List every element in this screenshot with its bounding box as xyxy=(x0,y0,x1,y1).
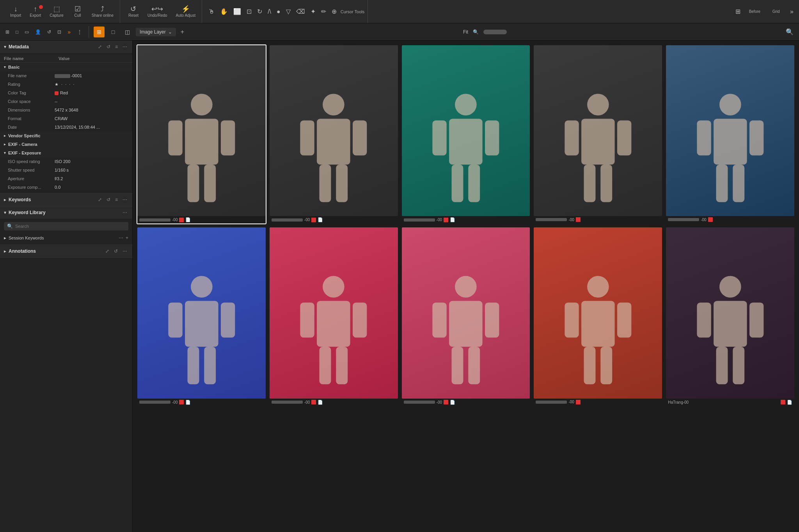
photo-name-blur xyxy=(668,218,699,221)
annotations-header[interactable]: Annotations ⤢ ↺ ⋯ xyxy=(0,245,132,257)
keywords-header[interactable]: Keywords ⤢ ↺ ≡ ⋯ xyxy=(0,193,132,206)
exif-exposure-header[interactable]: EXIF - Exposure xyxy=(0,149,132,157)
undo-redo-label: Undo/Redo xyxy=(147,13,167,18)
photo-item[interactable]: -00 xyxy=(665,44,795,224)
grid-button[interactable]: Grid xyxy=(767,8,785,15)
annotations-refresh-btn[interactable]: ↺ xyxy=(113,248,119,254)
share-online-button[interactable]: ⤴ Share online xyxy=(89,4,117,19)
basic-group-header[interactable]: Basic xyxy=(0,63,132,71)
keywords-refresh-btn[interactable]: ↺ xyxy=(105,197,112,203)
photo-doc-icon[interactable]: 📄 xyxy=(787,400,792,405)
svg-point-54 xyxy=(719,276,741,298)
select-tool-btn[interactable]: ⬜ xyxy=(232,6,243,17)
keyword-library-header[interactable]: Keyword Library ⋯ xyxy=(0,206,132,219)
stamp-tool-btn[interactable]: ⊕ xyxy=(330,6,338,17)
photo-item[interactable]: -00 📄 xyxy=(137,44,266,224)
metadata-header[interactable]: Metadata ⤢ ↺ ≡ ⋯ xyxy=(0,41,132,53)
svg-point-18 xyxy=(587,94,609,115)
erase-tool-btn[interactable]: ⌫ xyxy=(295,6,307,17)
person-view-btn[interactable]: 👤 xyxy=(34,28,43,36)
vendor-group-header[interactable]: Vendor Specific xyxy=(0,131,132,140)
photo-item[interactable]: HaTrang-00 📄 xyxy=(665,227,795,406)
metadata-more-btn[interactable]: ⋯ xyxy=(121,44,128,50)
grid-view-icon-btn[interactable]: ⊞ xyxy=(4,28,11,36)
photo-doc-icon[interactable]: 📄 xyxy=(450,400,455,405)
exif-exposure-label: EXIF - Exposure xyxy=(8,151,41,155)
single-mode-btn[interactable]: □ xyxy=(108,27,119,37)
color-tag-val: Red xyxy=(55,90,128,95)
layer-selector[interactable]: Image Layer ⌄ xyxy=(136,28,176,36)
keywords-expand-btn[interactable]: ⤢ xyxy=(97,197,103,203)
rotate-tool-btn[interactable]: ↻ xyxy=(256,6,264,17)
svg-rect-56 xyxy=(697,303,711,338)
session-keywords-row[interactable]: Session Keywords ⋯ + xyxy=(0,233,132,243)
photo-item[interactable]: -00 📄 xyxy=(269,44,399,224)
camera-mode-btn[interactable]: ◫ xyxy=(122,27,133,37)
session-kw-more-btn[interactable]: ⋯ xyxy=(119,235,123,241)
photo-doc-icon[interactable]: 📄 xyxy=(450,217,455,222)
metadata-expand-btn[interactable]: ⤢ xyxy=(97,44,103,50)
metadata-list-btn[interactable]: ≡ xyxy=(114,44,119,50)
cull-button[interactable]: ☑ Cull xyxy=(69,4,86,19)
photo-doc-icon[interactable]: 📄 xyxy=(185,217,191,222)
zoom-icon-btn[interactable]: 🔍 xyxy=(471,28,480,36)
crop-tool-btn[interactable]: ⊡ xyxy=(245,6,253,17)
photo-item[interactable]: -00 xyxy=(533,44,663,224)
meta-col-header: File name Value xyxy=(0,55,132,63)
color-tag-row: Color Tag Red xyxy=(0,89,132,97)
photo-doc-icon[interactable]: 📄 xyxy=(185,400,191,405)
session-kw-add-btn[interactable]: + xyxy=(126,235,128,241)
metadata-refresh-btn[interactable]: ↺ xyxy=(105,44,112,50)
date-val: 13/12/2024, 15:08:44 ... xyxy=(55,125,128,129)
svg-rect-25 xyxy=(714,119,747,165)
export-button[interactable]: ↑ Export xyxy=(27,4,44,19)
pen-tool-btn[interactable]: ✏ xyxy=(320,6,328,17)
brush-tool-btn[interactable]: ● xyxy=(275,7,282,17)
add-layer-btn[interactable]: + xyxy=(179,27,186,37)
before-button[interactable]: Before xyxy=(746,8,763,15)
photo-item[interactable]: -00 📄 xyxy=(137,227,266,406)
retouch-tool-btn[interactable]: ✦ xyxy=(309,6,317,17)
grid-mode-btn[interactable]: ⊞ xyxy=(94,27,105,37)
photo-item[interactable]: -00 📄 xyxy=(269,227,399,406)
zoom-slider[interactable] xyxy=(483,30,507,34)
svg-rect-47 xyxy=(468,347,480,384)
reset-button[interactable]: ↺ Reset xyxy=(125,4,142,19)
photo-doc-icon[interactable]: 📄 xyxy=(318,217,323,222)
capture-button[interactable]: ⬚ Capture xyxy=(46,4,67,19)
search-right-btn[interactable]: 🔍 xyxy=(784,27,795,37)
line-tool-btn[interactable]: /\ xyxy=(266,7,273,17)
panels-toggle-btn[interactable]: ⊞ xyxy=(734,6,742,17)
auto-adjust-button[interactable]: ⚡ Auto Adjust xyxy=(173,4,199,19)
color-tag-key: Color Tag xyxy=(8,90,55,95)
photo-doc-icon[interactable]: 📄 xyxy=(318,400,323,405)
keywords-list-btn[interactable]: ≡ xyxy=(114,197,119,203)
keyword-library-more-btn[interactable]: ⋯ xyxy=(121,209,128,216)
rotate-view-btn[interactable]: ↺ xyxy=(46,28,53,36)
cull-icon: ☑ xyxy=(75,5,81,12)
gradient-tool-btn[interactable]: ▽ xyxy=(284,6,292,17)
cursor-tool-btn[interactable]: 🖱 xyxy=(207,7,216,17)
keywords-more-btn[interactable]: ⋯ xyxy=(121,197,128,203)
annotations-more-btn[interactable]: ⋯ xyxy=(121,248,128,254)
expand-right-btn[interactable]: » xyxy=(66,27,72,37)
photo-color-tag xyxy=(576,217,581,222)
thumbnail-view-btn[interactable]: □ xyxy=(14,28,20,36)
filmstrip-view-btn[interactable]: ▭ xyxy=(23,28,30,36)
photo-item[interactable]: -00 📄 xyxy=(401,44,531,224)
dimensions-key: Dimensions xyxy=(8,108,55,112)
group-view-btn[interactable]: ⊡ xyxy=(56,28,63,36)
keyword-search-input[interactable] xyxy=(15,224,125,229)
more-options-btn[interactable]: » xyxy=(788,7,795,17)
undo-redo-button[interactable]: ↩↪ Undo/Redo xyxy=(144,4,170,19)
photo-item[interactable]: -00 📄 xyxy=(401,227,531,406)
hand-tool-btn[interactable]: ✋ xyxy=(218,6,229,17)
photo-item[interactable]: -00 xyxy=(533,227,663,406)
import-button[interactable]: ↓ Import xyxy=(7,4,24,19)
annotations-expand-btn[interactable]: ⤢ xyxy=(104,248,110,254)
exif-camera-header[interactable]: EXIF - Camera xyxy=(0,140,132,149)
svg-rect-5 xyxy=(204,165,216,202)
before-label: Before xyxy=(749,9,760,14)
more-tools-btn[interactable]: ⋮ xyxy=(75,27,84,37)
aperture-val: f/3.2 xyxy=(55,176,128,181)
